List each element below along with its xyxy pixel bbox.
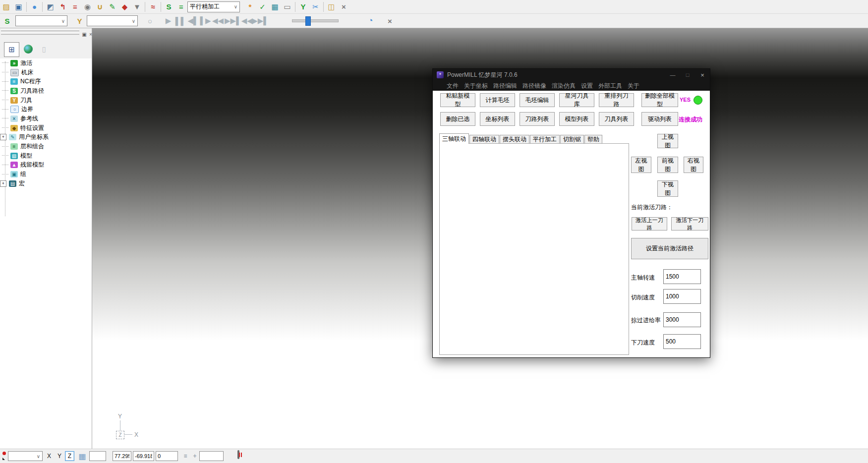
drive-list-button[interactable]: 驱动列表 — [641, 112, 678, 126]
front-view-button[interactable]: 前视图 — [657, 157, 678, 173]
slider-handle[interactable] — [305, 16, 311, 26]
menu-item-path-edit[interactable]: 路径编辑 — [493, 82, 517, 90]
ruler-icon[interactable]: ▭ — [281, 1, 293, 13]
tree-item-boundaries[interactable]: ○边界 — [0, 105, 92, 114]
workplane-dropdown[interactable]: ∨ — [8, 451, 43, 461]
locate-axes-icon[interactable]: + — [191, 451, 199, 461]
tab-cutting-saw[interactable]: 切割锯 — [560, 135, 584, 144]
maximize-button[interactable]: □ — [680, 69, 695, 81]
sim-tool-icon[interactable]: Y — [73, 15, 86, 27]
sim-speed-slider[interactable] — [292, 19, 339, 22]
sim-tool-dropdown[interactable]: ∨ — [87, 15, 138, 26]
strategy-preset-dropdown[interactable]: 平行精加工 ∨ — [187, 1, 240, 12]
tab-4axis[interactable]: 四轴联动 — [469, 135, 499, 144]
cutting-feed-input[interactable] — [663, 289, 701, 304]
tree-item-activate[interactable]: »激活 — [0, 58, 92, 68]
tool-list-button[interactable]: 刀具列表 — [599, 112, 634, 126]
shaded-view-icon[interactable]: ● — [28, 1, 41, 13]
skim-feed-input[interactable] — [663, 312, 701, 327]
tab-help[interactable]: 帮助 — [584, 135, 602, 144]
tree-item-machine-tool[interactable]: ▭机床 — [0, 68, 92, 77]
rewind-icon[interactable]: ◀◀ — [212, 15, 224, 27]
measure-input[interactable] — [199, 451, 224, 461]
tree-item-models[interactable]: ▧模型 — [0, 151, 92, 161]
tab-parallel[interactable]: 平行加工 — [530, 135, 560, 144]
grid-icon[interactable]: ▦ — [76, 451, 89, 462]
menu-item-render-sim[interactable]: 渲染仿真 — [552, 82, 576, 90]
activate-prev-toolpath-button[interactable]: 激活上一刀路 — [632, 217, 667, 231]
tree-item-stock-models[interactable]: ▲残留模型 — [0, 161, 92, 170]
cut-model-icon[interactable]: ✂ — [309, 1, 322, 13]
block-icon[interactable]: ◩ — [44, 1, 57, 13]
simulate-tool-icon[interactable]: ≈ — [147, 1, 159, 13]
drives-icon[interactable]: ◫ — [325, 1, 338, 13]
top-view-button[interactable]: 上视图 — [657, 134, 678, 148]
skip-to-end-icon[interactable]: ▶▶▌ — [252, 15, 268, 27]
rearrange-toolpaths-button[interactable]: 重排列刀路 — [599, 93, 634, 107]
bottom-view-button[interactable]: 下视图 — [657, 180, 678, 197]
close-toolbar-icon[interactable]: × — [338, 1, 350, 13]
toolbar-grip[interactable] — [1, 33, 79, 35]
expand-icon[interactable]: + — [0, 180, 6, 187]
delete-all-models-button[interactable]: 删除全部模型 — [641, 93, 678, 107]
menu-item-settings[interactable]: 设置 — [581, 82, 593, 90]
tree-item-levels-sets[interactable]: ≡层和组合 — [0, 142, 92, 151]
minimize-button[interactable]: — — [665, 69, 680, 81]
galaxy-tool-library-button[interactable]: 星河刀具库 — [559, 93, 594, 107]
menu-item-external-tools[interactable]: 外部工具 — [598, 82, 622, 90]
close-toolbar-icon[interactable]: × — [384, 15, 396, 27]
tab-swivel-head[interactable]: 摆头联动 — [500, 135, 529, 144]
coords-list-icon[interactable]: ≡ — [181, 451, 189, 461]
tree-item-toolpaths[interactable]: S刀具路径 — [0, 86, 92, 96]
collision-icon[interactable]: ∪ — [94, 1, 106, 13]
tree-item-workplanes[interactable]: +✎用户坐标系 — [0, 133, 92, 142]
plunge-feed-input[interactable] — [663, 334, 701, 349]
axis-y-button[interactable]: Y — [55, 451, 64, 461]
sim-toolpath-dropdown[interactable]: ∨ — [15, 15, 67, 26]
paste-new-model-button[interactable]: 粘贴新模型 — [440, 93, 475, 107]
set-active-path-button[interactable]: 设置当前激活路径 — [631, 238, 708, 259]
step-forward-icon[interactable]: ▌▶ — [199, 15, 212, 27]
expand-icon[interactable]: + — [0, 134, 6, 140]
fast-forward-icon[interactable]: ▶▶ — [224, 15, 236, 27]
tool-change-icon[interactable]: Y — [297, 1, 309, 13]
activate-next-toolpath-button[interactable]: 激活下一刀路 — [671, 217, 708, 231]
menu-item-coords[interactable]: 关于坐标 — [464, 82, 488, 90]
coord-z-input[interactable] — [156, 451, 178, 461]
device-status-icon[interactable] — [237, 450, 239, 459]
pause-icon[interactable]: ▌▌ — [174, 15, 187, 27]
close-button[interactable]: × — [695, 69, 710, 81]
axis-z-button[interactable]: Z — [65, 451, 74, 461]
lightbulb-icon[interactable]: ○ — [144, 15, 156, 27]
verify-toolpath-icon[interactable]: * — [244, 1, 256, 13]
panel-restore-icon[interactable]: ▣ — [81, 32, 87, 38]
stock-edit-button[interactable]: 毛坯编辑 — [520, 93, 555, 107]
tree-item-nc-programs[interactable]: ≡NC程序 — [0, 77, 92, 86]
left-view-button[interactable]: 左视图 — [631, 157, 651, 173]
toolpath-list-button[interactable]: 刀路列表 — [520, 112, 555, 126]
tree-item-patterns[interactable]: ×参考线 — [0, 114, 92, 123]
toolpath-list-icon[interactable]: ≡ — [175, 1, 187, 13]
calculator-icon[interactable]: ▦ — [269, 1, 281, 13]
toolbar-grip[interactable] — [1, 29, 79, 31]
tree-item-groups[interactable]: ▣组 — [0, 170, 92, 179]
step-back-icon[interactable]: ◀▌ — [187, 15, 199, 27]
coords-list-button[interactable]: 坐标列表 — [480, 112, 515, 126]
tab-explorer-world[interactable] — [21, 42, 35, 56]
points-icon[interactable]: ◆ — [118, 1, 131, 13]
tab-3axis[interactable]: 三轴联动 — [439, 133, 469, 144]
boundary-pencil-icon[interactable]: ✎ — [106, 1, 118, 13]
toolpath-check-icon[interactable]: ✓ — [256, 1, 269, 13]
open-file-icon[interactable]: ▨ — [0, 1, 12, 13]
compute-stock-button[interactable]: 计算毛坯 — [480, 93, 515, 107]
coord-y-input[interactable] — [133, 451, 154, 461]
tree-item-macros[interactable]: +▤宏 — [0, 179, 92, 188]
menu-item-path-mirror[interactable]: 路径镜像 — [522, 82, 546, 90]
save-icon[interactable]: ▣ — [12, 1, 25, 13]
axis-x-button[interactable]: X — [45, 451, 54, 461]
menu-item-about[interactable]: 关于 — [628, 82, 639, 90]
tab-explorer-trash[interactable]: ▯ — [37, 42, 51, 56]
right-view-button[interactable]: 右视图 — [684, 157, 703, 173]
tab-explorer-tree[interactable]: ⊞ — [4, 42, 19, 57]
menu-item-file[interactable]: 文件 — [447, 82, 459, 90]
